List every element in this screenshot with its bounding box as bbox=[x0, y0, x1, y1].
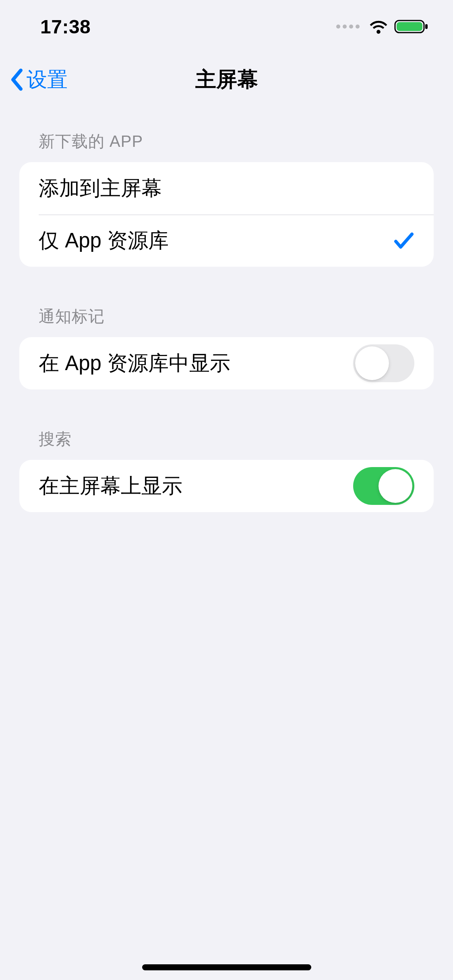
section-header: 搜索 bbox=[19, 428, 434, 460]
status-right bbox=[336, 19, 429, 35]
cellular-dots-icon bbox=[336, 25, 360, 29]
group-search: 在主屏幕上显示 bbox=[19, 460, 434, 512]
toggle-show-in-app-library[interactable] bbox=[353, 344, 414, 382]
option-label: 添加到主屏幕 bbox=[39, 175, 162, 202]
page-title: 主屏幕 bbox=[195, 66, 258, 94]
section-new-downloads: 新下载的 APP 添加到主屏幕 仅 App 资源库 bbox=[19, 130, 434, 267]
option-add-to-home[interactable]: 添加到主屏幕 bbox=[19, 162, 434, 214]
toggle-label: 在 App 资源库中显示 bbox=[39, 350, 230, 377]
section-header: 新下载的 APP bbox=[19, 130, 434, 162]
section-notification-badges: 通知标记 在 App 资源库中显示 bbox=[19, 305, 434, 389]
nav-header: 设置 主屏幕 bbox=[0, 53, 453, 106]
group-notification-badges: 在 App 资源库中显示 bbox=[19, 337, 434, 389]
checkmark-icon bbox=[393, 231, 414, 250]
content: 新下载的 APP 添加到主屏幕 仅 App 资源库 通知标记 在 App 资源库… bbox=[0, 130, 453, 512]
toggle-show-on-home-screen[interactable] bbox=[353, 467, 414, 505]
row-show-on-home-screen: 在主屏幕上显示 bbox=[19, 460, 434, 512]
svg-rect-2 bbox=[425, 24, 428, 29]
chevron-left-icon bbox=[10, 68, 24, 91]
section-search: 搜索 在主屏幕上显示 bbox=[19, 428, 434, 512]
back-label: 设置 bbox=[27, 66, 68, 94]
status-bar: 17:38 bbox=[0, 0, 453, 53]
toggle-label: 在主屏幕上显示 bbox=[39, 472, 182, 500]
status-time: 17:38 bbox=[40, 16, 91, 38]
wifi-icon bbox=[368, 19, 389, 34]
battery-icon bbox=[394, 19, 429, 35]
option-label: 仅 App 资源库 bbox=[39, 227, 169, 255]
option-app-library-only[interactable]: 仅 App 资源库 bbox=[19, 214, 434, 267]
section-header: 通知标记 bbox=[19, 305, 434, 337]
group-new-downloads: 添加到主屏幕 仅 App 资源库 bbox=[19, 162, 434, 267]
home-indicator[interactable] bbox=[142, 964, 311, 970]
svg-rect-1 bbox=[397, 22, 422, 31]
back-button[interactable]: 设置 bbox=[10, 66, 68, 94]
row-show-in-app-library: 在 App 资源库中显示 bbox=[19, 337, 434, 389]
